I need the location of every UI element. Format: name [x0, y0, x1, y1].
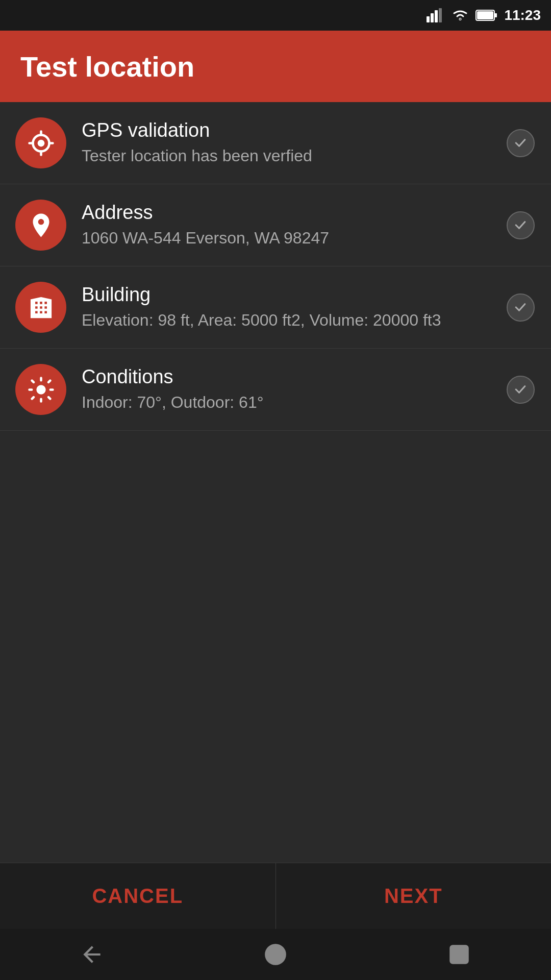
signal-icon [427, 8, 445, 22]
address-check [505, 210, 536, 240]
building-title: Building [82, 284, 505, 306]
status-bar: 11:23 [0, 0, 551, 31]
content-area: GPS validation Tester location has been … [0, 102, 551, 431]
svg-rect-0 [427, 16, 430, 22]
svg-rect-3 [439, 8, 442, 22]
building-icon [27, 293, 55, 322]
building-check [505, 292, 536, 323]
gps-validation-title: GPS validation [82, 119, 505, 141]
empty-space [0, 431, 551, 819]
building-item[interactable]: Building Elevation: 98 ft, Area: 5000 ft… [0, 266, 551, 349]
gps-icon [27, 129, 55, 157]
status-time: 11:23 [504, 7, 541, 23]
wifi-icon [451, 8, 469, 22]
sun-icon [27, 376, 55, 404]
address-title: Address [82, 202, 505, 224]
svg-rect-11 [450, 946, 467, 963]
checkmark-icon [513, 217, 528, 233]
back-icon [79, 942, 105, 967]
address-subtitle: 1060 WA-544 Everson, WA 98247 [82, 228, 505, 249]
cancel-button[interactable]: CANCEL [0, 863, 276, 929]
recents-nav-icon[interactable] [441, 937, 477, 972]
gps-validation-item[interactable]: GPS validation Tester location has been … [0, 102, 551, 184]
address-text: Address 1060 WA-544 Everson, WA 98247 [82, 202, 505, 249]
conditions-title: Conditions [82, 366, 505, 388]
home-nav-icon[interactable] [258, 937, 293, 972]
conditions-subtitle: Indoor: 70°, Outdoor: 61° [82, 392, 505, 413]
svg-rect-2 [435, 10, 438, 22]
gps-validation-text: GPS validation Tester location has been … [82, 119, 505, 167]
recents-icon [446, 942, 472, 967]
address-icon-circle [15, 200, 66, 251]
page-header: Test location [0, 31, 551, 102]
address-item[interactable]: Address 1060 WA-544 Everson, WA 98247 [0, 184, 551, 266]
svg-rect-1 [431, 13, 434, 22]
building-icon-circle [15, 282, 66, 333]
gps-validation-subtitle: Tester location has been verfied [82, 145, 505, 167]
conditions-item[interactable]: Conditions Indoor: 70°, Outdoor: 61° [0, 349, 551, 431]
conditions-check [505, 374, 536, 405]
svg-point-10 [266, 945, 285, 964]
home-icon [263, 942, 288, 967]
back-nav-icon[interactable] [74, 937, 110, 972]
checkmark-icon [513, 135, 528, 151]
svg-rect-5 [494, 13, 497, 17]
battery-icon [475, 8, 498, 22]
page-title: Test location [20, 50, 194, 83]
checkmark-icon [513, 300, 528, 315]
nav-bar [0, 929, 551, 980]
svg-rect-6 [477, 11, 493, 19]
gps-icon-circle [15, 117, 66, 168]
bottom-bar: CANCEL NEXT [0, 863, 551, 929]
building-subtitle: Elevation: 98 ft, Area: 5000 ft2, Volume… [82, 310, 505, 331]
svg-point-9 [36, 385, 45, 394]
gps-validation-check [505, 128, 536, 158]
location-pin-icon [27, 211, 55, 239]
svg-point-7 [37, 139, 44, 146]
next-button[interactable]: NEXT [276, 863, 552, 929]
conditions-icon-circle [15, 364, 66, 415]
status-bar-icons: 11:23 [427, 7, 541, 23]
checkmark-icon [513, 382, 528, 397]
building-text: Building Elevation: 98 ft, Area: 5000 ft… [82, 284, 505, 331]
conditions-text: Conditions Indoor: 70°, Outdoor: 61° [82, 366, 505, 413]
